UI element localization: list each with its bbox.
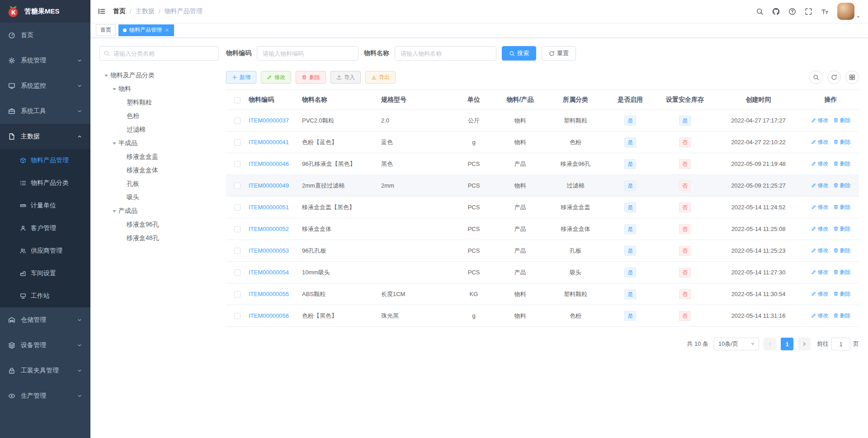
row-edit-link[interactable]: 修改 [811,225,829,233]
item-code-link[interactable]: ITEM00000052 [249,226,289,232]
row-delete-link[interactable]: 删除 [833,225,851,233]
sidebar-item[interactable]: 首页 [0,23,90,48]
import-button[interactable]: 导入 [330,71,361,84]
caret-down-icon[interactable] [110,85,118,93]
row-delete-link[interactable]: 删除 [833,290,851,298]
tree-node[interactable]: 移液盒盒盖 [99,150,219,164]
search-button[interactable]: 搜索 [502,46,536,61]
row-delete-link[interactable]: 删除 [833,268,851,276]
export-button[interactable]: 导出 [365,71,396,84]
sidebar-item[interactable]: 系统管理 [0,48,90,73]
row-checkbox[interactable] [234,139,241,146]
next-page-button[interactable] [798,338,811,350]
item-code-link[interactable]: ITEM00000049 [249,182,289,189]
row-delete-link[interactable]: 删除 [833,312,851,320]
tree-node[interactable]: 孔板 [99,177,219,191]
tree-node[interactable]: 吸头 [99,191,219,204]
grid-circle-button[interactable] [845,71,859,84]
sidebar-item[interactable]: 生产管理 [0,383,90,409]
breadcrumb-item[interactable]: 主数据 [136,7,155,15]
caret-down-icon[interactable] [110,207,118,215]
row-edit-link[interactable]: 修改 [811,247,829,254]
sidebar-subitem[interactable]: 客户管理 [0,217,90,240]
tree-node[interactable]: 产成品 [99,204,219,218]
tree-node[interactable]: 移液盒96孔 [99,218,219,231]
row-checkbox[interactable] [234,226,241,232]
row-checkbox[interactable] [234,269,241,276]
row-checkbox[interactable] [234,183,241,189]
sidebar-item[interactable]: 主数据 [0,124,90,149]
prev-page-button[interactable] [764,338,776,350]
question-button[interactable] [784,0,800,23]
row-checkbox[interactable] [234,118,241,124]
sidebar-item[interactable]: 系统监控 [0,73,90,99]
sidebar-subitem[interactable]: 物料产品管理 [0,149,90,172]
sidebar-subitem[interactable]: 物料产品分类 [0,172,90,194]
row-delete-link[interactable]: 删除 [833,182,851,189]
text-size-button[interactable] [816,0,833,23]
row-checkbox[interactable] [234,204,241,211]
row-delete-link[interactable]: 删除 [833,247,851,254]
search-circle-button[interactable] [809,71,823,84]
tree-node[interactable]: 物料及产品分类 [99,69,219,82]
row-edit-link[interactable]: 修改 [811,312,829,320]
item-code-input[interactable] [257,46,359,61]
refresh-circle-button[interactable] [827,71,841,84]
row-checkbox[interactable] [234,291,241,297]
sidebar-subitem[interactable]: 计量单位 [0,194,90,217]
tab-item[interactable]: 物料产品管理 [118,24,174,36]
tree-node[interactable]: 半成品 [99,137,219,150]
row-checkbox[interactable] [234,248,241,254]
sidebar-item[interactable]: 工装夹具管理 [0,358,90,383]
edit-button[interactable]: 修改 [261,71,291,84]
row-delete-link[interactable]: 删除 [833,138,851,146]
sidebar-item[interactable]: 设备管理 [0,333,90,358]
page-button-1[interactable]: 1 [781,338,793,350]
item-code-link[interactable]: ITEM00000051 [249,204,289,211]
user-menu[interactable] [837,3,861,20]
row-edit-link[interactable]: 修改 [811,290,829,298]
row-edit-link[interactable]: 修改 [811,268,829,276]
sidebar-item[interactable]: 系统工具 [0,99,90,124]
row-delete-link[interactable]: 删除 [833,203,851,211]
sidebar-item[interactable]: 仓储管理 [0,307,90,333]
avatar[interactable] [837,3,854,20]
tree-node[interactable]: 色粉 [99,109,219,123]
row-delete-link[interactable]: 删除 [833,117,851,124]
add-button[interactable]: 新增 [226,71,256,84]
caret-down-icon[interactable] [102,71,110,80]
category-search-input[interactable] [99,46,219,61]
row-checkbox[interactable] [234,161,241,167]
tab-item[interactable]: 首页 [96,24,116,36]
item-code-link[interactable]: ITEM00000055 [249,291,289,297]
reset-button[interactable]: 重置 [542,46,576,61]
tree-node[interactable]: 移液盒盒体 [99,164,219,177]
github-button[interactable] [768,0,784,23]
item-code-link[interactable]: ITEM00000053 [249,247,289,254]
tree-node[interactable]: 移液盒48孔 [99,231,219,245]
tree-node[interactable]: 塑料颗粒 [99,96,219,109]
item-name-input[interactable] [395,46,496,61]
hamburger-button[interactable] [90,0,113,23]
tree-node[interactable]: 物料 [99,82,219,96]
row-edit-link[interactable]: 修改 [811,203,829,211]
fullscreen-button[interactable] [800,0,816,23]
page-size-select[interactable]: 10条/页 [714,338,759,350]
item-code-link[interactable]: ITEM00000054 [249,269,289,276]
select-all-checkbox[interactable] [234,97,241,104]
tree-node[interactable]: 过滤棉 [99,123,219,137]
row-delete-link[interactable]: 删除 [833,160,851,168]
sidebar-subitem[interactable]: 车间设置 [0,262,90,285]
breadcrumb-item[interactable]: 首页 [113,7,126,15]
row-edit-link[interactable]: 修改 [811,182,829,189]
delete-button[interactable]: 删除 [296,71,326,84]
item-code-link[interactable]: ITEM00000037 [249,117,289,124]
item-code-link[interactable]: ITEM00000046 [249,160,289,167]
sidebar-subitem[interactable]: 供应商管理 [0,240,90,262]
row-edit-link[interactable]: 修改 [811,138,829,146]
sidebar-subitem[interactable]: 工作站 [0,285,90,307]
row-edit-link[interactable]: 修改 [811,160,829,168]
item-code-link[interactable]: ITEM00000041 [249,139,289,146]
app-logo[interactable]: 苦糖果MES [0,0,90,23]
goto-input[interactable] [831,338,850,350]
